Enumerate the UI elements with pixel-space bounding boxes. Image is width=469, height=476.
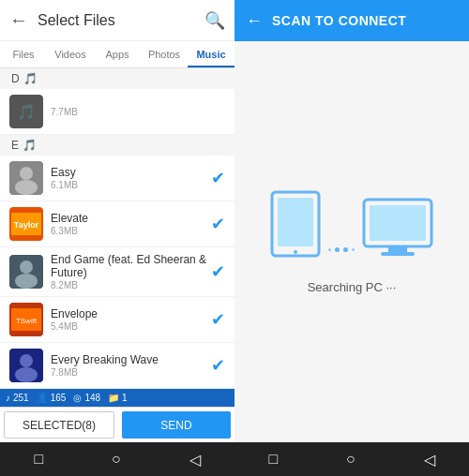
circle-count: 148 bbox=[84, 393, 100, 403]
file-name: Elevate bbox=[51, 212, 211, 225]
searching-text: Searching PC ··· bbox=[308, 280, 397, 294]
file-thumbnail: TSwift bbox=[9, 303, 43, 336]
tablet-icon bbox=[270, 190, 321, 261]
file-thumbnail bbox=[9, 255, 43, 289]
dot bbox=[328, 248, 331, 251]
right-back-nav-button[interactable]: ◁ bbox=[415, 447, 445, 472]
send-button[interactable]: SEND bbox=[122, 411, 231, 439]
dot bbox=[335, 247, 340, 252]
list-item[interactable]: 🎵 7.7MB bbox=[0, 89, 234, 135]
stats-bar: ♪ 251 👤 165 ◎ 148 📁 1 bbox=[0, 389, 234, 407]
tab-photos[interactable]: Photos bbox=[141, 41, 188, 67]
right-square-nav-button[interactable]: □ bbox=[259, 447, 287, 471]
file-size: 7.8MB bbox=[51, 367, 211, 378]
section-letter-d: D bbox=[11, 72, 20, 85]
people-icon: 👤 bbox=[37, 393, 48, 403]
songs-count: 251 bbox=[13, 393, 29, 403]
tab-apps[interactable]: Apps bbox=[94, 41, 141, 67]
circle-icon: ◎ bbox=[73, 393, 82, 403]
tab-music[interactable]: Music bbox=[188, 41, 234, 67]
file-size: 7.7MB bbox=[51, 107, 225, 117]
file-size: 6.3MB bbox=[51, 226, 211, 236]
check-icon: ✔ bbox=[211, 309, 225, 330]
svg-point-7 bbox=[20, 260, 33, 274]
file-name: Easy bbox=[51, 166, 211, 179]
file-thumbnail: 🎵 bbox=[9, 95, 43, 128]
stat-songs: ♪ 251 bbox=[6, 393, 29, 403]
file-info: Every Breaking Wave 7.8MB bbox=[51, 353, 211, 378]
file-size: 8.2MB bbox=[51, 280, 211, 290]
file-size: 5.4MB bbox=[51, 321, 211, 332]
list-item[interactable]: TSwift Envelope 5.4MB ✔ bbox=[0, 297, 234, 343]
section-header-d: D 🎵 bbox=[0, 68, 234, 89]
right-content: Searching PC ··· bbox=[234, 41, 469, 442]
check-icon: ✔ bbox=[211, 261, 225, 282]
list-item[interactable]: Taylor Elevate 6.3MB ✔ bbox=[0, 201, 234, 247]
square-nav-button[interactable]: □ bbox=[24, 447, 53, 471]
back-nav-button[interactable]: ◁ bbox=[180, 447, 210, 472]
file-info: End Game (feat. Ed Sheeran & Future) 8.2… bbox=[51, 253, 211, 290]
tab-videos[interactable]: Videos bbox=[47, 41, 94, 67]
file-thumbnail: Taylor bbox=[9, 207, 43, 241]
search-icon[interactable]: 🔍 bbox=[204, 10, 225, 31]
file-thumbnail bbox=[9, 161, 43, 195]
stat-people: 👤 165 bbox=[37, 393, 67, 403]
check-icon: ✔ bbox=[211, 168, 225, 188]
page-title: Select Files bbox=[38, 12, 204, 29]
svg-point-17 bbox=[294, 250, 297, 254]
stat-circle: ◎ 148 bbox=[73, 393, 100, 403]
folder-count: 1 bbox=[122, 393, 128, 403]
action-bar: SELECTED(8) SEND bbox=[0, 407, 234, 442]
header: ← Select Files 🔍 bbox=[0, 0, 234, 41]
svg-point-2 bbox=[15, 180, 38, 195]
svg-point-1 bbox=[20, 167, 33, 180]
music-section-icon: 🎵 bbox=[23, 72, 38, 85]
connection-dots bbox=[328, 247, 355, 252]
svg-rect-19 bbox=[370, 205, 426, 241]
stat-folder: 📁 1 bbox=[108, 393, 128, 403]
svg-text:TSwift: TSwift bbox=[16, 317, 38, 325]
people-count: 165 bbox=[51, 393, 67, 403]
monitor-icon bbox=[362, 198, 433, 261]
file-name: Envelope bbox=[51, 307, 211, 320]
check-icon: ✔ bbox=[211, 355, 225, 376]
right-circle-nav-button[interactable]: ○ bbox=[337, 447, 365, 471]
section-letter-e: E bbox=[11, 139, 19, 152]
right-panel: ← SCAN TO CONNECT bbox=[234, 0, 469, 476]
file-thumbnail bbox=[9, 349, 43, 382]
dot bbox=[343, 247, 348, 252]
tab-files[interactable]: Files bbox=[0, 41, 47, 67]
back-button[interactable]: ← bbox=[9, 9, 28, 31]
circle-nav-button[interactable]: ○ bbox=[102, 447, 130, 471]
bottom-bar: ♪ 251 👤 165 ◎ 148 📁 1 SELECTED(8) SEND □… bbox=[0, 389, 234, 476]
file-name: Every Breaking Wave bbox=[51, 353, 211, 366]
navigation-bar: □ ○ ◁ bbox=[0, 442, 234, 476]
right-header: ← SCAN TO CONNECT bbox=[234, 0, 469, 41]
tabs-bar: Files Videos Apps Photos Music bbox=[0, 41, 234, 68]
right-navigation-bar: □ ○ ◁ bbox=[234, 442, 469, 476]
svg-point-8 bbox=[15, 274, 38, 289]
list-item[interactable]: End Game (feat. Ed Sheeran & Future) 8.2… bbox=[0, 247, 234, 297]
device-illustration bbox=[270, 190, 433, 261]
svg-rect-20 bbox=[388, 246, 407, 252]
check-icon: ✔ bbox=[211, 214, 225, 234]
file-size: 6.1MB bbox=[51, 180, 211, 190]
list-item[interactable]: Easy 6.1MB ✔ bbox=[0, 156, 234, 201]
file-info: 7.7MB bbox=[51, 106, 225, 117]
file-list: D 🎵 🎵 7.7MB E 🎵 Easy bbox=[0, 68, 234, 389]
right-back-button[interactable]: ← bbox=[246, 11, 263, 31]
dot bbox=[352, 248, 355, 251]
svg-rect-16 bbox=[278, 198, 313, 246]
music-section-icon-e: 🎵 bbox=[23, 139, 37, 152]
svg-rect-21 bbox=[381, 252, 415, 256]
list-item[interactable]: Every Breaking Wave 7.8MB ✔ bbox=[0, 343, 234, 389]
svg-point-14 bbox=[15, 367, 38, 382]
left-panel: ← Select Files 🔍 Files Videos Apps Photo… bbox=[0, 0, 234, 476]
file-name: End Game (feat. Ed Sheeran & Future) bbox=[51, 253, 211, 279]
svg-point-13 bbox=[20, 354, 33, 367]
folder-icon: 📁 bbox=[108, 393, 119, 403]
file-info: Envelope 5.4MB bbox=[51, 307, 211, 332]
file-info: Elevate 6.3MB bbox=[51, 212, 211, 236]
selected-button[interactable]: SELECTED(8) bbox=[4, 411, 114, 439]
songs-icon: ♪ bbox=[6, 393, 10, 403]
